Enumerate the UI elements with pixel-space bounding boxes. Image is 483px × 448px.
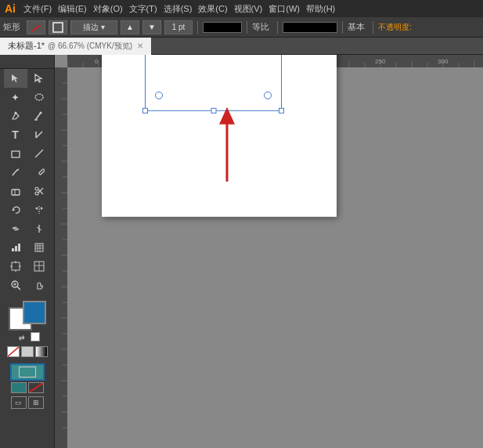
tool-type-sub[interactable] (27, 125, 51, 144)
menu-select[interactable]: 选择(S) (164, 3, 193, 15)
tool-select[interactable] (4, 69, 27, 88)
svg-line-7 (35, 150, 43, 157)
tool-zoom[interactable] (4, 276, 27, 294)
selected-rectangle[interactable] (145, 55, 282, 111)
live-corner-bl[interactable] (155, 92, 163, 99)
toolbox: ✦ T (0, 55, 55, 448)
svg-point-2 (39, 112, 41, 114)
tool-row-11 (0, 257, 54, 276)
swap-colors-button[interactable]: ⇄ (15, 332, 29, 343)
tool-slice[interactable] (27, 257, 51, 276)
svg-line-42 (8, 347, 19, 356)
tool-row-8 (0, 201, 54, 219)
tool-type[interactable]: T (4, 125, 27, 144)
svg-rect-8 (38, 168, 45, 175)
svg-point-11 (35, 187, 38, 190)
separator4 (342, 21, 343, 34)
tool-direct-select[interactable] (27, 69, 51, 88)
menu-edit[interactable]: 编辑(E) (58, 3, 87, 15)
arrow-shaft (226, 123, 229, 182)
tool-warp[interactable] (4, 219, 27, 238)
color-mode-button[interactable] (21, 346, 34, 357)
tool-artboard[interactable] (4, 257, 27, 276)
svg-text:300: 300 (438, 58, 449, 65)
view-button2[interactable] (28, 382, 44, 393)
svg-rect-24 (18, 244, 20, 251)
menu-file[interactable]: 文件(F) (23, 3, 52, 15)
handle-bottom-mid[interactable] (211, 108, 216, 114)
stroke-preview2 (283, 22, 337, 33)
svg-rect-80 (55, 67, 67, 448)
tool-pencil[interactable] (27, 163, 51, 182)
tab-title: 未标题-1* (8, 40, 45, 52)
menu-help[interactable]: 帮助(H) (306, 3, 335, 15)
tool-rect[interactable] (4, 144, 27, 163)
shape-label: 矩形 (3, 21, 20, 33)
opacity-link[interactable]: 不透明度: (378, 22, 412, 33)
menu-type[interactable]: 文字(T) (129, 3, 157, 15)
tool-shape-sub[interactable] (27, 144, 51, 163)
default-colors-button[interactable] (31, 332, 40, 341)
top-toolbar: 矩形 描边 ▾ ▲ ▼ 等比 基本 不透明度: (0, 17, 483, 38)
tool-scissor[interactable] (27, 182, 51, 201)
document-tab[interactable]: 未标题-1* @ 66.67% (CMYK/预览) ✕ (0, 38, 152, 55)
tool-row-2: ✦ (0, 88, 54, 107)
svg-rect-9 (12, 190, 20, 195)
tool-row-3 (0, 107, 54, 125)
svg-text:0: 0 (95, 58, 99, 65)
svg-point-0 (35, 94, 43, 100)
mode-dropdown[interactable]: 描边 ▾ (70, 20, 117, 34)
menu-effect[interactable]: 效果(C) (198, 3, 227, 15)
svg-line-43 (29, 383, 43, 392)
tool-eraser[interactable] (4, 182, 27, 201)
live-corner-br[interactable] (264, 92, 272, 99)
panel-button[interactable]: ⊞ (28, 396, 44, 409)
stroke-input[interactable] (164, 20, 193, 34)
stroke-color-button[interactable] (27, 20, 45, 34)
tool-reflect[interactable] (27, 201, 51, 219)
tool-brush[interactable] (4, 163, 27, 182)
title-bar: Ai 文件(F) 编辑(E) 对象(O) 文字(T) 选择(S) 效果(C) 视… (0, 0, 483, 17)
tool-rotate[interactable] (4, 201, 27, 219)
gradient-mode-button[interactable] (35, 346, 48, 357)
separator3 (277, 21, 278, 34)
ratio-label: 等比 (252, 21, 269, 33)
tool-width[interactable] (27, 219, 51, 238)
tab-info: @ 66.67% (CMYK/预览) (48, 41, 132, 52)
tool-graph[interactable] (4, 238, 27, 257)
menu-object[interactable]: 对象(O) (93, 3, 123, 15)
canvas-area[interactable]: 0 50 100 150 200 250 300 (55, 55, 483, 448)
svg-point-12 (35, 192, 38, 195)
tab-close-button[interactable]: ✕ (137, 42, 143, 50)
handle-bottom-left[interactable] (142, 108, 148, 114)
fill-color-button[interactable] (49, 20, 67, 34)
tool-row-5 (0, 144, 54, 163)
svg-rect-22 (12, 248, 14, 251)
tool-magic-wand[interactable]: ✦ (4, 88, 27, 107)
menu-window[interactable]: 窗口(W) (269, 3, 300, 15)
tool-row-4: T (0, 125, 54, 144)
tool-row-10 (0, 238, 54, 257)
svg-rect-25 (35, 244, 43, 251)
stroke-down[interactable]: ▼ (142, 20, 161, 34)
view-button1[interactable] (11, 382, 27, 393)
foreground-color-swatch[interactable] (23, 301, 46, 324)
artboard (102, 55, 337, 217)
fill-none-button[interactable] (7, 346, 20, 357)
color-area: ⇄ (0, 301, 55, 360)
svg-marker-18 (41, 207, 43, 210)
tool-bar-chart[interactable] (27, 238, 51, 257)
tool-pen[interactable] (4, 107, 27, 125)
tool-row-1 (0, 69, 54, 88)
tool-lasso[interactable] (27, 88, 51, 107)
stroke-up[interactable]: ▲ (121, 20, 139, 34)
main-area: ✦ T (0, 55, 483, 448)
svg-rect-30 (12, 262, 20, 270)
handle-bottom-right[interactable] (279, 108, 284, 114)
tool-row-6 (0, 163, 54, 182)
tool-pen-sub[interactable] (27, 107, 51, 125)
ruler-left (55, 67, 67, 448)
tool-hand[interactable] (27, 276, 51, 294)
layer-button[interactable]: ▭ (11, 396, 27, 409)
menu-view[interactable]: 视图(V) (234, 3, 263, 15)
